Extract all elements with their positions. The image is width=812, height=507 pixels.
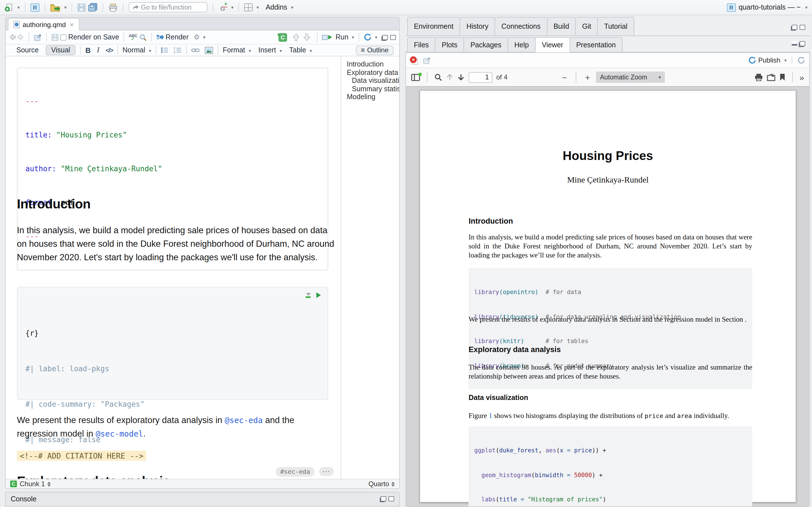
minimize-source-pane-icon[interactable] — [382, 35, 388, 40]
tab-environment[interactable]: Environment — [407, 17, 460, 36]
bold-button[interactable]: B — [86, 46, 91, 54]
run-label[interactable]: Run — [336, 33, 349, 41]
render-button[interactable] — [156, 34, 164, 41]
console-header[interactable]: Console — [6, 492, 399, 506]
show-in-new-window-button[interactable] — [34, 34, 42, 41]
tab-authoring-qmd[interactable]: authoring.qmd × — [8, 18, 79, 31]
goto-file-function-input[interactable] — [141, 4, 203, 11]
pdf-previous-page-button[interactable] — [446, 73, 453, 81]
git-caret-icon[interactable]: ▾ — [231, 5, 234, 10]
publish-caret-icon[interactable]: ▾ — [784, 58, 786, 63]
format-menu[interactable]: Format ▾ — [223, 46, 251, 54]
tab-presentation[interactable]: Presentation — [569, 37, 622, 52]
publish-label[interactable]: Publish — [758, 56, 780, 64]
section-options-button[interactable]: ··· — [319, 467, 334, 476]
source-document-caret-icon[interactable]: ▾ — [375, 35, 377, 40]
publish-button[interactable] — [748, 56, 756, 64]
insert-menu[interactable]: Insert ▾ — [258, 46, 282, 54]
maximize-environment-pane-icon[interactable] — [800, 25, 805, 30]
new-file-caret-icon[interactable]: ▾ — [17, 5, 20, 10]
maximize-source-pane-icon[interactable] — [390, 35, 396, 40]
outline-item-modeling[interactable]: Modeling — [347, 93, 399, 101]
run-next-chunk-button[interactable] — [303, 33, 310, 41]
tab-help[interactable]: Help — [507, 37, 536, 52]
spellcheck-button[interactable]: ABC ✓ — [129, 34, 137, 41]
zoom-mode-dropdown[interactable]: Automatic Zoom ▾ — [596, 71, 665, 83]
tab-connections[interactable]: Connections — [495, 17, 547, 36]
zoom-out-button[interactable]: − — [560, 72, 569, 82]
minimize-environment-pane-icon[interactable] — [792, 25, 797, 30]
workspace-panes-caret-icon[interactable]: ▾ — [257, 5, 259, 10]
visual-editor-surface[interactable]: --- title: "Housing Prices" author: "Min… — [6, 56, 399, 479]
workspace-panes-button[interactable] — [244, 3, 253, 11]
tab-build[interactable]: Build — [547, 17, 576, 36]
pdf-download-button[interactable] — [767, 73, 775, 81]
open-file-button[interactable] — [50, 3, 60, 11]
goto-file-function-box[interactable] — [129, 2, 207, 12]
tab-viewer[interactable]: Viewer — [535, 37, 570, 52]
outline-item-eda[interactable]: Exploratory data … — [347, 68, 399, 76]
visual-mode-button[interactable]: Visual — [45, 45, 76, 55]
language-mode-selector[interactable]: Quarto — [368, 480, 395, 488]
numbered-list-button[interactable]: 12 — [174, 47, 182, 54]
outline-item-data-visualization[interactable]: Data visualization — [347, 76, 399, 85]
render-settings-button[interactable]: ⚙ — [194, 33, 200, 41]
tab-tutorial[interactable]: Tutorial — [598, 17, 634, 36]
maximize-viewer-pane-icon[interactable] — [800, 41, 805, 46]
new-project-button[interactable]: R — [31, 3, 40, 11]
chunk-navigator-arrows-icon[interactable] — [47, 482, 50, 487]
insert-chunk-button[interactable]: + C — [278, 33, 287, 41]
project-menu[interactable]: R quarto-tutorials — ~ ▾ — [727, 3, 808, 11]
clear-viewer-button[interactable]: × — [410, 56, 418, 64]
run-button[interactable] — [322, 35, 332, 40]
insert-link-button[interactable] — [191, 47, 200, 54]
run-chunk-button[interactable] — [316, 292, 321, 298]
open-file-caret-icon[interactable]: ▾ — [64, 5, 66, 10]
chunk-navigator[interactable]: Chunk 1 — [20, 480, 45, 488]
outline-toggle-button[interactable]: ≡ Outline — [356, 45, 394, 55]
render-on-save-checkbox[interactable] — [60, 34, 66, 40]
bullet-list-button[interactable] — [161, 47, 168, 54]
outline-item-summary-statistics[interactable]: Summary statis… — [347, 85, 399, 93]
tab-plots[interactable]: Plots — [435, 37, 464, 52]
pdf-bookmark-button[interactable] — [779, 73, 785, 81]
git-button[interactable]: G + — — [218, 3, 227, 12]
source-mode-button[interactable]: Source — [11, 46, 44, 55]
insert-image-button[interactable] — [205, 47, 213, 54]
pdf-find-button[interactable] — [434, 73, 442, 81]
maximize-console-icon[interactable] — [389, 496, 394, 501]
viewer-popout-button[interactable] — [423, 57, 431, 64]
table-menu[interactable]: Table ▾ — [289, 46, 312, 54]
tab-git[interactable]: Git — [575, 17, 598, 36]
minimize-viewer-pane-icon[interactable] — [792, 41, 797, 46]
render-label[interactable]: Render — [165, 33, 189, 41]
minimize-console-icon[interactable] — [380, 496, 386, 501]
tab-close-icon[interactable]: × — [70, 20, 73, 29]
tab-packages[interactable]: Packages — [463, 37, 508, 52]
run-previous-chunks-button[interactable] — [293, 33, 299, 41]
pdf-page-number-input[interactable] — [469, 72, 492, 82]
save-button[interactable] — [77, 3, 86, 11]
tab-files[interactable]: Files — [407, 37, 436, 52]
pdf-more-tools-button[interactable]: » — [799, 72, 804, 82]
find-replace-button[interactable] — [139, 34, 146, 41]
source-document-button[interactable] — [364, 33, 371, 41]
pdf-viewport[interactable]: Housing Prices Mine Çetinkaya-Rundel Int… — [406, 87, 809, 506]
pdf-print-button[interactable] — [754, 73, 763, 81]
paragraph-style-dropdown[interactable]: Normal ▾ — [122, 46, 151, 54]
forward-button[interactable] — [17, 34, 24, 41]
run-all-chunks-above-button[interactable] — [306, 293, 311, 298]
italic-button[interactable]: I — [97, 46, 100, 55]
code-format-button[interactable]: </> — [106, 47, 113, 54]
back-button[interactable] — [9, 34, 16, 41]
pdf-next-page-button[interactable] — [457, 73, 465, 81]
run-caret-icon[interactable]: ▾ — [352, 35, 354, 40]
render-settings-caret-icon[interactable]: ▾ — [203, 35, 206, 40]
outline-item-introduction[interactable]: Introduction — [347, 60, 399, 68]
save-all-button[interactable] — [88, 3, 98, 12]
new-file-button[interactable] — [4, 3, 13, 12]
print-button[interactable] — [108, 3, 118, 11]
refresh-viewer-button[interactable] — [797, 56, 805, 64]
tab-history[interactable]: History — [460, 17, 495, 36]
save-document-button[interactable] — [51, 34, 59, 41]
